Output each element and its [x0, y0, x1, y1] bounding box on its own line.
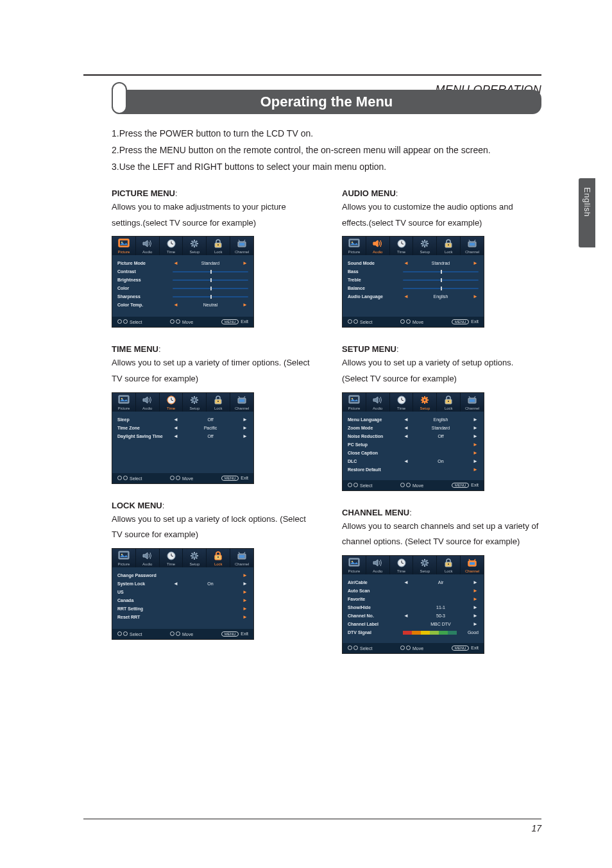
osd-row[interactable]: Change Password►: [117, 571, 248, 580]
osd-tab-channel[interactable]: Channel: [461, 237, 484, 255]
osd-row[interactable]: Brightness: [117, 276, 248, 284]
osd-tab-picture[interactable]: Picture: [343, 393, 366, 412]
osd-tab-time[interactable]: Time: [160, 549, 183, 567]
svg-point-89: [424, 243, 426, 245]
osd-row[interactable]: Picture Mode◄Standard►: [117, 259, 248, 267]
osd-row[interactable]: Color: [117, 284, 248, 292]
lock-icon: [207, 394, 230, 406]
osd-tab-time[interactable]: Time: [390, 556, 414, 574]
header-rule: [83, 74, 541, 76]
osd-tab-time[interactable]: Time: [160, 237, 183, 255]
svg-line-61: [192, 553, 192, 554]
osd-row[interactable]: US►: [117, 588, 248, 596]
menu-title-time: TIME MENU:: [112, 344, 311, 354]
osd-tab-audio[interactable]: Audio: [366, 393, 390, 412]
osd-tab-setup[interactable]: Setup: [183, 237, 207, 255]
osd-row[interactable]: Menu Language◄English►: [348, 415, 479, 424]
intro-step-1: 1.Press the POWER button to turn the LCD…: [112, 128, 513, 138]
svg-line-105: [427, 402, 427, 403]
osd-row[interactable]: Contrast: [117, 267, 248, 276]
svg-point-91: [448, 244, 449, 246]
svg-line-11: [192, 246, 192, 246]
osd-tabs: PictureAudioTimeSetupLockChannel: [112, 549, 253, 567]
osd-tab-lock[interactable]: Lock: [207, 237, 230, 255]
osd-tab-picture[interactable]: Picture: [112, 393, 136, 412]
osd-tab-channel[interactable]: Channel: [230, 549, 253, 567]
osd-row[interactable]: Sound Mode◄Standrad►: [348, 259, 479, 267]
osd-row[interactable]: Channel No.◄50-3►: [348, 612, 479, 620]
menu-title-channel: CHANNEL MENU:: [342, 508, 541, 517]
osd-tab-time[interactable]: Time: [160, 393, 183, 412]
osd-row[interactable]: Time Zone◄Pacific►: [117, 424, 248, 432]
osd-tab-audio[interactable]: Audio: [136, 549, 160, 567]
osd-tab-picture[interactable]: Picture: [343, 237, 366, 255]
svg-line-81: [427, 246, 427, 246]
osd-row[interactable]: Color Temp.◄Neutral►: [117, 301, 248, 309]
menu-title-setup: SETUP MENU:: [342, 344, 541, 354]
osd-tab-setup[interactable]: Setup: [183, 393, 207, 412]
osd-tab-channel[interactable]: Channel: [230, 237, 253, 255]
osd-tab-lock[interactable]: Lock: [207, 549, 230, 567]
osd-row[interactable]: Canada►: [117, 596, 248, 605]
osd-tab-audio[interactable]: Audio: [366, 556, 390, 574]
osd-row[interactable]: Show/Hide11-1►: [348, 603, 479, 612]
osd-row[interactable]: Bass: [348, 267, 479, 276]
osd-row[interactable]: Audio Language◄English►: [348, 292, 479, 301]
osd-row[interactable]: RRT Setting►: [117, 605, 248, 613]
osd-tabs: PictureAudioTimeSetupLockChannel: [343, 393, 484, 412]
osd-row[interactable]: Treble: [348, 276, 479, 284]
osd-tab-audio[interactable]: Audio: [136, 393, 160, 412]
osd-tab-audio[interactable]: Audio: [136, 237, 160, 255]
title-bar: Operating the Menu: [83, 90, 541, 114]
channel-icon: [230, 238, 253, 249]
osd-row[interactable]: Air/Cable◄Air►: [348, 578, 479, 587]
osd-row[interactable]: Close Caption►: [348, 449, 479, 457]
osd-tab-channel[interactable]: Channel: [230, 393, 253, 412]
osd-row[interactable]: Sharpness: [117, 292, 248, 301]
osd-tab-time[interactable]: Time: [390, 237, 414, 255]
osd-picture: PictureAudioTimeSetupLockChannelPicture …: [112, 236, 254, 328]
osd-tab-lock[interactable]: Lock: [437, 556, 461, 574]
svg-line-135: [427, 560, 427, 561]
osd-tab-picture[interactable]: Picture: [112, 237, 136, 255]
osd-row[interactable]: System Lock◄On►: [117, 580, 248, 588]
menu-desc-lock: Allows you to set up a variety of lock o…: [112, 512, 311, 543]
osd-row[interactable]: Auto Scan►: [348, 587, 479, 595]
svg-rect-45: [239, 399, 244, 402]
osd-row[interactable]: Daylight Saving Time◄Off►: [117, 432, 248, 440]
osd-tab-lock[interactable]: Lock: [437, 393, 461, 412]
svg-point-19: [217, 244, 219, 246]
osd-tab-lock[interactable]: Lock: [207, 393, 230, 412]
osd-row[interactable]: Favorite►: [348, 595, 479, 603]
lock-icon: [437, 557, 460, 569]
osd-row[interactable]: Sleep◄Off►: [117, 415, 248, 424]
osd-footer: SelectMoveMENUExit: [343, 643, 484, 653]
osd-tab-audio[interactable]: Audio: [366, 237, 390, 255]
osd-row[interactable]: Noise Reduction◄Off►: [348, 432, 479, 440]
osd-tab-setup[interactable]: Setup: [413, 556, 437, 574]
osd-tab-setup[interactable]: Setup: [413, 393, 437, 412]
osd-tab-setup[interactable]: Setup: [183, 549, 207, 567]
picture-icon: [112, 550, 135, 562]
osd-row[interactable]: Reset RRT►: [117, 613, 248, 621]
svg-line-111: [427, 397, 427, 398]
osd-tab-lock[interactable]: Lock: [437, 237, 461, 255]
osd-tab-picture[interactable]: Picture: [343, 556, 366, 574]
osd-row[interactable]: Restore Default►: [348, 465, 479, 474]
osd-row[interactable]: Channel LabelMBC DTV►: [348, 620, 479, 628]
intro-step-2: 2.Press the MENU button on the remote co…: [112, 145, 513, 155]
svg-line-87: [427, 241, 427, 242]
osd-tab-setup[interactable]: Setup: [413, 237, 437, 255]
osd-footer: SelectMoveMENUExit: [112, 629, 253, 639]
osd-tab-picture[interactable]: Picture: [112, 549, 136, 567]
osd-row[interactable]: PC Setup►: [348, 440, 479, 449]
osd-row[interactable]: Balance: [348, 284, 479, 292]
osd-tab-time[interactable]: Time: [390, 393, 414, 412]
menu-title-audio: AUDIO MENU:: [342, 188, 541, 198]
svg-line-39: [196, 397, 197, 398]
osd-row[interactable]: DLC◄On►: [348, 457, 479, 465]
svg-line-59: [192, 558, 192, 558]
osd-tab-channel[interactable]: Channel: [461, 556, 484, 574]
osd-row[interactable]: Zoom Mode◄Standard►: [348, 424, 479, 432]
osd-tab-channel[interactable]: Channel: [461, 393, 484, 412]
